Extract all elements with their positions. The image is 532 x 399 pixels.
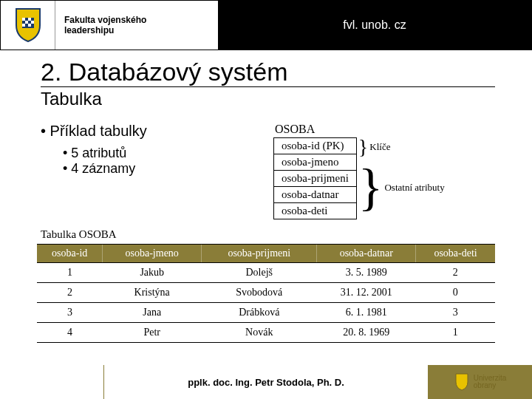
brace-attrs: }Ostatní atributy — [357, 156, 445, 219]
col-header: osoba-datnar — [317, 245, 416, 263]
attr-row: osoba-deti — [274, 203, 356, 219]
bullet-records: • 4 záznamy — [63, 161, 273, 177]
col-header: osoba-jmeno — [103, 245, 202, 263]
svg-rect-5 — [22, 24, 25, 27]
footer: pplk. doc. Ing. Petr Stodola, Ph. D. Uni… — [0, 365, 532, 399]
attr-row: osoba-jmeno — [274, 154, 356, 171]
shield-icon — [13, 7, 43, 43]
faculty-name-line2: leadershipu — [64, 25, 218, 35]
data-table: osoba-id osoba-jmeno osoba-prijmeni osob… — [37, 244, 495, 343]
table-header-row: osoba-id osoba-jmeno osoba-prijmeni osob… — [37, 245, 495, 263]
faculty-name-line1: Fakulta vojenského — [64, 15, 218, 25]
brace-keys: }Klíče — [357, 137, 445, 156]
site-url: fvl. unob. cz — [218, 1, 531, 50]
table-row: 3JanaDrábková6. 1. 19813 — [37, 303, 495, 323]
svg-rect-4 — [31, 21, 34, 24]
bullet-attrs: • 5 atributů — [63, 146, 273, 161]
footer-uni: Univerzita obrany — [429, 365, 532, 399]
col-header: osoba-id — [37, 245, 103, 263]
footer-author: pplk. doc. Ing. Petr Stodola, Ph. D. — [103, 365, 429, 399]
svg-rect-6 — [28, 24, 31, 27]
top-banner: Fakulta vojenského leadershipu fvl. unob… — [0, 0, 532, 50]
uni-shield-icon — [454, 373, 469, 391]
col-header: osoba-prijmeni — [202, 245, 317, 263]
entity-name: OSOBA — [275, 123, 495, 136]
slide-content: 2. Databázový systém Tabulka • Příklad t… — [0, 50, 532, 219]
attr-row: osoba-prijmeni — [274, 171, 356, 187]
uni-name: Univerzita obrany — [474, 375, 506, 389]
other-attrs-label: Ostatní atributy — [384, 182, 444, 194]
svg-rect-2 — [28, 18, 31, 21]
bullet-example: • Příklad tabulky — [41, 123, 273, 140]
table-row: 2KristýnaSvobodová31. 12. 20010 — [37, 283, 495, 303]
svg-rect-1 — [22, 18, 25, 21]
faculty-name-box: Fakulta vojenského leadershipu — [55, 1, 218, 50]
entity-schema: OSOBA osoba-id (PK) osoba-jmeno osoba-pr… — [273, 123, 495, 219]
table-caption: Tabulka OSOBA — [41, 228, 532, 241]
table-row: 4PetrNovák20. 8. 19691 — [37, 323, 495, 343]
slide-subtitle: Tabulka — [41, 89, 495, 109]
bullets: • Příklad tabulky • 5 atributů • 4 zázna… — [41, 123, 273, 177]
attr-pk: osoba-id (PK) — [274, 138, 356, 154]
entity-attributes-box: osoba-id (PK) osoba-jmeno osoba-prijmeni… — [273, 137, 357, 219]
footer-left-spacer — [0, 365, 103, 399]
slide-title: 2. Databázový systém — [41, 58, 495, 87]
table-row: 1JakubDolejš3. 5. 19892 — [37, 263, 495, 283]
keys-label: Klíče — [369, 141, 390, 153]
faculty-logo — [1, 1, 55, 50]
svg-rect-3 — [25, 21, 28, 24]
col-header: osoba-deti — [416, 245, 495, 263]
attr-row: osoba-datnar — [274, 187, 356, 203]
